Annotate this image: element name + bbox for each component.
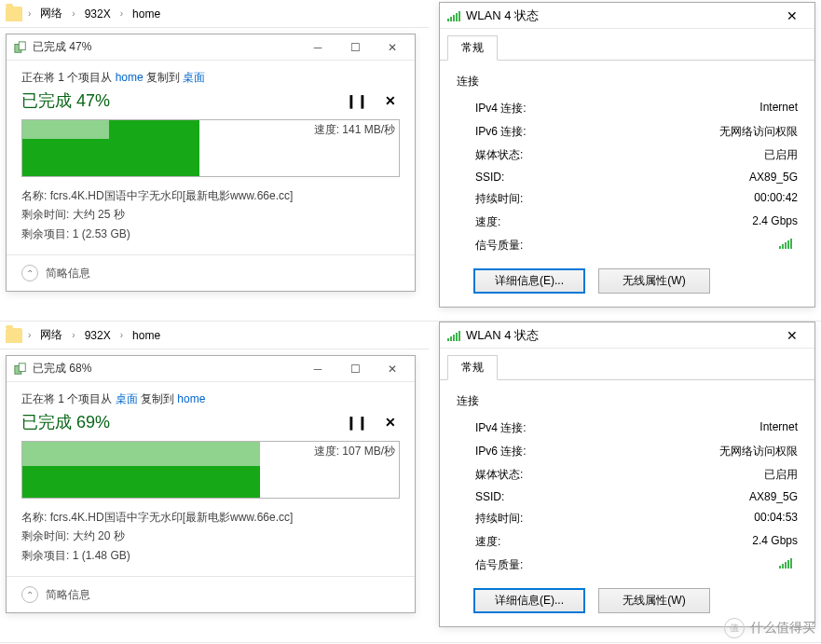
group-connection: 连接 bbox=[457, 74, 798, 89]
source-link[interactable]: 桌面 bbox=[116, 392, 138, 405]
dest-link[interactable]: 桌面 bbox=[183, 71, 205, 84]
copy-progress-icon bbox=[14, 41, 27, 54]
copy-dialog: 已完成 47% ─ ☐ ✕ 正在将 1 个项目从 home 复制到 桌面 已完成… bbox=[6, 34, 416, 292]
wireless-props-button[interactable]: 无线属性(W) bbox=[598, 588, 710, 613]
crumb-network[interactable]: 网络 bbox=[36, 325, 66, 345]
row-speed: 速度:2.4 Gbps bbox=[457, 530, 798, 554]
chevron-right-icon: › bbox=[120, 330, 123, 340]
row-ssid: SSID:AX89_5G bbox=[457, 486, 798, 507]
crumb-folder[interactable]: home bbox=[129, 6, 164, 22]
pause-button[interactable]: ❙❙ bbox=[346, 93, 368, 108]
titlebar: WLAN 4 状态 ✕ bbox=[440, 3, 814, 29]
crumb-network[interactable]: 网络 bbox=[36, 4, 66, 23]
progress-headline: 已完成 69% bbox=[21, 411, 110, 433]
maximize-button[interactable]: ☐ bbox=[336, 358, 374, 380]
pause-button[interactable]: ❙❙ bbox=[346, 415, 368, 430]
crumb-host[interactable]: 932X bbox=[81, 6, 115, 22]
titlebar: 已完成 47% ─ ☐ ✕ bbox=[7, 34, 415, 61]
minimize-button[interactable]: ─ bbox=[299, 358, 336, 380]
row-speed: 速度:2.4 Gbps bbox=[457, 211, 798, 234]
copy-progress-icon bbox=[14, 363, 27, 376]
cancel-button[interactable]: ✕ bbox=[385, 93, 396, 108]
copy-dialog: 已完成 68% ─ ☐ ✕ 正在将 1 个项目从 桌面 复制到 home 已完成… bbox=[6, 355, 416, 613]
dialog-title: WLAN 4 状态 bbox=[466, 327, 773, 344]
row-ipv6: IPv6 连接:无网络访问权限 bbox=[457, 440, 798, 463]
chevron-up-icon: ⌃ bbox=[21, 586, 38, 603]
speed-graph: 速度: 141 MB/秒 bbox=[21, 119, 400, 177]
group-connection: 连接 bbox=[457, 393, 798, 409]
row-media: 媒体状态:已启用 bbox=[457, 463, 798, 486]
signal-icon bbox=[447, 330, 460, 341]
close-button[interactable]: ✕ bbox=[374, 36, 411, 59]
meta-info: 名称: fcrs.4K.HD国语中字无水印[最新电影www.66e.cc] 剩余… bbox=[21, 508, 400, 565]
chevron-right-icon: › bbox=[28, 330, 31, 340]
wireless-props-button[interactable]: 无线属性(W) bbox=[598, 268, 710, 294]
row-signal: 信号质量: bbox=[457, 554, 798, 577]
row-ipv4: IPv4 连接:Internet bbox=[457, 97, 798, 120]
tab-strip: 常规 bbox=[440, 29, 814, 61]
breadcrumb-bar: › 网络 › 932X › home bbox=[0, 322, 429, 349]
tab-general[interactable]: 常规 bbox=[447, 35, 498, 61]
dialog-title: 已完成 47% bbox=[33, 39, 299, 55]
source-link[interactable]: home bbox=[116, 71, 144, 84]
watermark: 值 什么值得买 bbox=[724, 618, 815, 638]
brief-toggle[interactable]: ⌃ 简略信息 bbox=[7, 254, 415, 291]
row-duration: 持续时间:00:04:53 bbox=[457, 507, 798, 530]
watermark-logo-icon: 值 bbox=[724, 618, 745, 638]
chevron-up-icon: ⌃ bbox=[21, 265, 38, 281]
signal-icon bbox=[779, 557, 792, 569]
chevron-right-icon: › bbox=[72, 330, 75, 340]
titlebar: WLAN 4 状态 ✕ bbox=[440, 322, 814, 349]
crumb-host[interactable]: 932X bbox=[81, 327, 115, 344]
speed-graph: 速度: 107 MB/秒 bbox=[21, 441, 400, 499]
signal-icon bbox=[447, 10, 460, 21]
action-text: 正在将 1 个项目从 桌面 复制到 home bbox=[21, 391, 400, 407]
folder-icon bbox=[6, 328, 22, 343]
dest-link[interactable]: home bbox=[177, 392, 205, 405]
maximize-button[interactable]: ☐ bbox=[336, 36, 374, 59]
row-media: 媒体状态:已启用 bbox=[457, 144, 798, 167]
progress-headline: 已完成 47% bbox=[21, 89, 110, 112]
minimize-button[interactable]: ─ bbox=[299, 36, 336, 59]
chevron-right-icon: › bbox=[72, 8, 75, 19]
svg-rect-3 bbox=[19, 363, 25, 371]
tab-strip: 常规 bbox=[440, 349, 814, 380]
wlan-status-dialog: WLAN 4 状态 ✕ 常规 连接 IPv4 连接:Internet IPv6 … bbox=[439, 2, 815, 308]
cancel-button[interactable]: ✕ bbox=[385, 415, 396, 430]
chevron-right-icon: › bbox=[28, 8, 31, 19]
crumb-folder[interactable]: home bbox=[129, 327, 164, 344]
svg-rect-1 bbox=[19, 41, 25, 49]
action-text: 正在将 1 个项目从 home 复制到 桌面 bbox=[21, 70, 400, 86]
tab-general[interactable]: 常规 bbox=[447, 355, 498, 380]
row-duration: 持续时间:00:00:42 bbox=[457, 187, 798, 211]
speed-label: 速度: 141 MB/秒 bbox=[314, 122, 395, 138]
speed-label: 速度: 107 MB/秒 bbox=[314, 444, 395, 459]
close-button[interactable]: ✕ bbox=[773, 324, 811, 347]
dialog-title: WLAN 4 状态 bbox=[466, 7, 773, 24]
brief-toggle[interactable]: ⌃ 简略信息 bbox=[7, 576, 415, 612]
folder-icon bbox=[6, 7, 22, 21]
details-button[interactable]: 详细信息(E)... bbox=[473, 588, 585, 613]
meta-info: 名称: fcrs.4K.HD国语中字无水印[最新电影www.66e.cc] 剩余… bbox=[21, 186, 400, 243]
close-button[interactable]: ✕ bbox=[773, 5, 811, 27]
row-ipv4: IPv4 连接:Internet bbox=[457, 417, 798, 440]
chevron-right-icon: › bbox=[120, 8, 123, 19]
row-ssid: SSID:AX89_5G bbox=[457, 167, 798, 187]
details-button[interactable]: 详细信息(E)... bbox=[473, 268, 585, 294]
row-ipv6: IPv6 连接:无网络访问权限 bbox=[457, 120, 798, 144]
signal-icon bbox=[779, 238, 792, 249]
titlebar: 已完成 68% ─ ☐ ✕ bbox=[7, 356, 415, 382]
dialog-title: 已完成 68% bbox=[33, 361, 299, 377]
close-button[interactable]: ✕ bbox=[374, 358, 411, 380]
row-signal: 信号质量: bbox=[457, 234, 798, 257]
wlan-status-dialog: WLAN 4 状态 ✕ 常规 连接 IPv4 连接:Internet IPv6 … bbox=[439, 322, 815, 627]
breadcrumb-bar: › 网络 › 932X › home bbox=[0, 0, 429, 28]
